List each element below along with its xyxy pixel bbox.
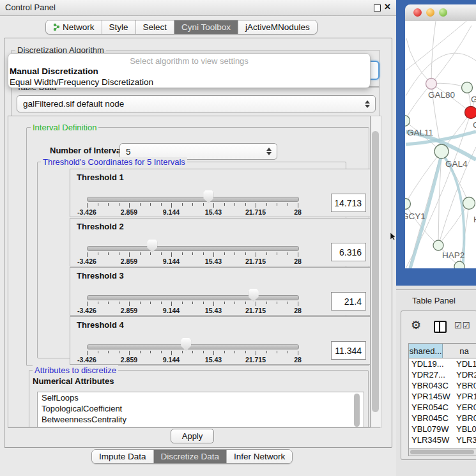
tick-label: 21.715 bbox=[245, 307, 266, 314]
table-cell: YDL19... bbox=[409, 359, 454, 369]
attribute-list-item[interactable]: BetweennessCentrality bbox=[38, 414, 364, 425]
network-canvas[interactable]: GAL80GACGAL11GAL4GCY1HHAP2 bbox=[405, 21, 476, 268]
threshold-value-field[interactable]: 6.316 bbox=[331, 243, 366, 261]
node-label: GAL11 bbox=[407, 128, 433, 137]
slider-track[interactable] bbox=[87, 197, 299, 202]
scrollbar-thumb[interactable] bbox=[410, 450, 474, 454]
gear-icon[interactable]: ⚙ bbox=[411, 318, 421, 332]
attribute-list-item[interactable]: SelfLoops bbox=[38, 392, 364, 403]
table-cell: YLR3 bbox=[454, 435, 476, 445]
table-body: YDL19...YDL1YDR27...YDR2YBR043CYBR0YPR14… bbox=[409, 358, 476, 456]
table-cell: YBR043C bbox=[409, 381, 454, 390]
threshold-panel-1: Threshold 1-3.4262.8599.14415.4321.71528… bbox=[70, 169, 371, 217]
algorithm-dropdown-popup: Select algorithm to view settings Manual… bbox=[8, 53, 371, 88]
mac-zoom-icon[interactable] bbox=[439, 8, 447, 17]
network-node[interactable] bbox=[454, 261, 464, 268]
column-header[interactable]: na bbox=[443, 344, 476, 358]
slider-track[interactable] bbox=[87, 295, 299, 300]
tick-label: 9.144 bbox=[163, 356, 180, 364]
network-node[interactable] bbox=[405, 199, 411, 210]
attributes-list-scrollbar[interactable] bbox=[354, 394, 360, 427]
tick-label: 15.43 bbox=[205, 307, 222, 314]
table-row[interactable]: YBR043CYBR0 bbox=[409, 380, 476, 391]
threshold-label: Threshold 3 bbox=[77, 271, 124, 280]
network-edge bbox=[431, 26, 472, 84]
tab-style[interactable]: Style bbox=[102, 20, 136, 34]
table-row[interactable]: YLR345WYLR3 bbox=[409, 434, 476, 445]
slider-track[interactable] bbox=[87, 344, 299, 349]
tick-label: 21.715 bbox=[245, 208, 266, 216]
table-cell: YBR0 bbox=[454, 413, 476, 423]
slider-ticks bbox=[87, 252, 298, 257]
network-node[interactable] bbox=[426, 79, 437, 89]
scrollbar-thumb[interactable] bbox=[372, 131, 379, 412]
table-horizontal-scrollbar[interactable] bbox=[409, 448, 476, 456]
network-node[interactable] bbox=[433, 240, 443, 250]
table-data-combo[interactable]: galFiltered.sif default node bbox=[17, 95, 376, 112]
tab-infer-network[interactable]: Infer Network bbox=[227, 450, 292, 463]
network-node[interactable] bbox=[463, 197, 475, 210]
tick-label: -3.426 bbox=[77, 208, 96, 216]
table-row[interactable]: YBR045CYBR0 bbox=[409, 413, 476, 424]
column-layout-icon[interactable] bbox=[434, 321, 447, 333]
slider-track[interactable] bbox=[87, 246, 299, 251]
table-row[interactable]: YER054CYER0 bbox=[409, 402, 476, 413]
close-icon[interactable]: ✕ bbox=[384, 2, 391, 12]
settings-vertical-scrollbar[interactable] bbox=[371, 116, 381, 428]
table-row[interactable]: YDR27...YDR2 bbox=[409, 369, 476, 380]
attribute-list-item[interactable]: TopologicalCoefficient bbox=[38, 403, 364, 414]
network-node[interactable] bbox=[462, 82, 473, 93]
tab-discretize-data[interactable]: Discretize Data bbox=[154, 450, 227, 463]
numerical-attributes-list[interactable]: SelfLoopsTopologicalCoefficientBetweenne… bbox=[37, 392, 364, 428]
select-columns-icons[interactable]: ☑☑ bbox=[454, 321, 470, 330]
threshold-value-field[interactable]: 21.4 bbox=[331, 292, 366, 311]
tab-label: Infer Network bbox=[234, 452, 285, 461]
node-label: HAP2 bbox=[442, 250, 464, 260]
tab-cyni-toolbox[interactable]: Cyni Toolbox bbox=[174, 20, 238, 34]
table-cell: YBR045C bbox=[409, 413, 454, 423]
table-header-row: shared...na bbox=[409, 344, 476, 358]
slider-ticks bbox=[87, 302, 298, 307]
table-row[interactable]: YPR145WYPR1 bbox=[409, 391, 476, 402]
table-row[interactable]: YBL079WYBL0 bbox=[409, 424, 476, 434]
interval-definition-title: Interval Definition bbox=[31, 123, 98, 132]
tick-label: 15.43 bbox=[205, 356, 222, 364]
apply-button[interactable]: Apply bbox=[171, 429, 214, 443]
top-tab-bar: NetworkStyleSelectCyni ToolboxjActiveMNo… bbox=[45, 20, 318, 35]
float-window-icon[interactable] bbox=[374, 4, 381, 12]
network-node[interactable] bbox=[465, 107, 476, 119]
table-row[interactable]: YDL19...YDL1 bbox=[409, 358, 476, 369]
tab-label: Impute Data bbox=[99, 452, 146, 461]
tick-label: 9.144 bbox=[163, 257, 180, 265]
tick-label: 21.715 bbox=[245, 257, 266, 265]
table-cell: YER054C bbox=[409, 403, 454, 412]
network-node[interactable] bbox=[434, 144, 449, 158]
tab-jactivemnodules[interactable]: jActiveMNodules bbox=[238, 20, 317, 34]
thresholds-group-title: Threshold's Coordinates for 5 Intervals bbox=[41, 157, 187, 167]
threshold-value-field[interactable]: 14.713 bbox=[331, 194, 366, 212]
slider-tick-labels: -3.4262.8599.14415.4321.71528 bbox=[87, 208, 298, 216]
threshold-label: Threshold 2 bbox=[77, 222, 124, 231]
mac-close-icon[interactable] bbox=[413, 8, 422, 17]
table-cell: YBR0 bbox=[454, 381, 476, 390]
algorithm-option[interactable]: Manual Discretization bbox=[8, 66, 370, 77]
tab-network[interactable]: Network bbox=[46, 20, 102, 34]
threshold-label: Threshold 4 bbox=[77, 320, 124, 330]
mac-minimize-icon[interactable] bbox=[426, 8, 434, 17]
tick-label: 28 bbox=[294, 356, 302, 364]
table-data-group: Table Data galFiltered.sif default node bbox=[11, 87, 380, 116]
network-window-titlebar[interactable] bbox=[405, 4, 476, 22]
threshold-panel-3: Threshold 3-3.4262.8599.14415.4321.71528… bbox=[70, 267, 371, 316]
slider-ticks bbox=[87, 351, 298, 356]
tab-impute-data[interactable]: Impute Data bbox=[92, 450, 154, 463]
column-header[interactable]: shared... bbox=[409, 344, 443, 358]
algorithm-option[interactable]: Equal Width/Frequency Discretization bbox=[8, 77, 370, 88]
table-cell: YPR145W bbox=[409, 392, 454, 401]
tab-select[interactable]: Select bbox=[136, 20, 175, 34]
panel-title: Control Panel bbox=[5, 3, 56, 12]
tab-label: Cyni Toolbox bbox=[181, 22, 231, 32]
control-panel-titlebar: Control Panel ✕ bbox=[0, 0, 396, 16]
node-attribute-table[interactable]: shared...na YDL19...YDL1YDR27...YDR2YBR0… bbox=[408, 343, 476, 456]
network-edge bbox=[431, 21, 436, 84]
threshold-value-field[interactable]: 11.344 bbox=[331, 341, 366, 360]
